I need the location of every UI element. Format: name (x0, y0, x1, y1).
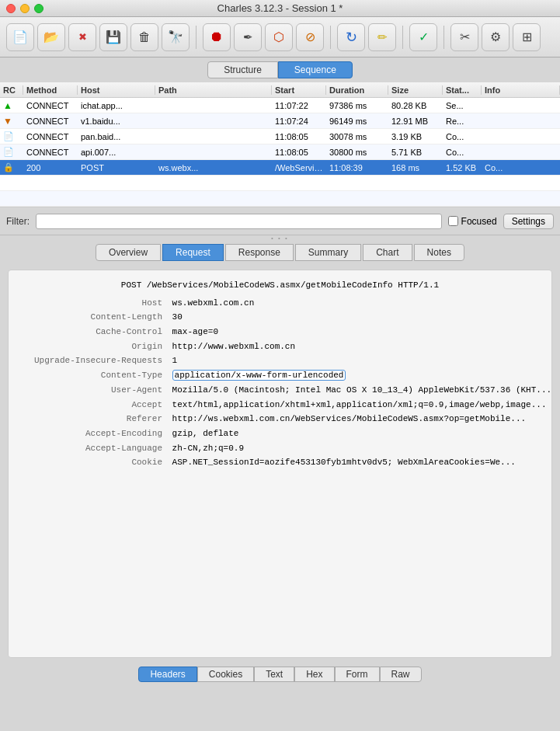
toolbar: 📄 📂 ✖ 💾 🗑 🔭 ⏺ ✒ ⬡ ⊘ ↻ ✏ ✓ ✂ ⚙ ⊞ (0, 17, 560, 57)
table-row-selected[interactable]: 🔒 200 POST ws.webx... /WebServices/Mobil… (0, 160, 560, 176)
table-row-empty (0, 191, 560, 207)
row-host: pan.baid... (78, 132, 155, 141)
tab-summary[interactable]: Summary (295, 244, 361, 261)
tab-text[interactable]: Text (254, 667, 294, 682)
filter-focused-container: Focused (448, 216, 497, 227)
focused-checkbox[interactable] (448, 216, 458, 226)
table-row[interactable]: 📄 CONNECT api.007... 11:08:05 30800 ms 5… (0, 144, 560, 160)
row-method: CONNECT (23, 132, 78, 141)
col-duration: Duration (326, 85, 388, 95)
trash-button[interactable]: 🗑 (130, 23, 158, 51)
tab-headers[interactable]: Headers (138, 667, 197, 682)
row-duration: 30078 ms (326, 132, 388, 141)
tab-request[interactable]: Request (162, 244, 224, 261)
row-status: Co... (443, 148, 482, 157)
row-icon: 📄 (0, 131, 23, 141)
detail-row-cookie: Cookie ASP.NET_SessionId=aozife453130fyb… (19, 455, 541, 470)
request-table: RC Method Host Path Start Duration Size … (0, 82, 560, 207)
refresh-button[interactable]: ↻ (337, 23, 365, 51)
row-size: 80.28 KB (388, 101, 443, 110)
tab-sequence[interactable]: Sequence (278, 61, 353, 78)
filter-bar: Filter: Focused Settings (0, 207, 560, 235)
row-status: Re... (443, 117, 482, 126)
tab-raw[interactable]: Raw (380, 667, 422, 682)
detail-value: ASP.NET_SessionId=aozife453130fyb1mhtv0d… (172, 458, 516, 467)
row-size: 5.71 KB (388, 148, 443, 157)
resize-indicator: • • • (271, 235, 289, 242)
tab-response[interactable]: Response (225, 244, 294, 261)
bottom-sub-tab-bar: Headers Cookies Text Hex Form Raw (0, 663, 560, 686)
row-method: CONNECT (23, 148, 78, 157)
save-button[interactable]: 💾 (99, 23, 127, 51)
detail-row-upgrade: Upgrade-Insecure-Requests 1 (19, 353, 541, 368)
tab-cookies[interactable]: Cookies (197, 667, 254, 682)
row-host: v1.baidu... (78, 117, 155, 126)
close-file-button[interactable]: ✖ (68, 23, 96, 51)
row-rc: 200 (23, 163, 78, 172)
toolbar-separator-1 (196, 26, 197, 49)
col-rc: RC (0, 85, 23, 95)
focused-label: Focused (461, 216, 497, 227)
table-row[interactable]: 📄 CONNECT pan.baid... 11:08:05 30078 ms … (0, 129, 560, 144)
detail-row-cache-control: Cache-Control max-age=0 (19, 325, 541, 339)
row-icon: 🔒 (0, 162, 23, 172)
row-host: ichat.app... (78, 101, 155, 110)
detail-value: 1 (172, 356, 178, 365)
filter-input[interactable] (36, 214, 442, 229)
title-bar: Charles 3.12.3 - Session 1 * (0, 0, 560, 17)
detail-row-origin: Origin http://www.webxml.com.cn (19, 339, 541, 354)
stop-button[interactable]: ⬡ (265, 23, 293, 51)
table-row[interactable]: ▼ CONNECT v1.baidu... 11:07:24 96149 ms … (0, 113, 560, 129)
detail-key: Accept-Language (19, 441, 167, 456)
filter-label: Filter: (6, 216, 30, 227)
detail-key: Content-Type (19, 368, 167, 383)
row-icon: ▲ (0, 100, 23, 111)
detail-row-accept-encoding: Accept-Encoding gzip, deflate (19, 426, 541, 441)
col-method: Method (23, 85, 78, 95)
minimize-button[interactable] (20, 4, 30, 13)
detail-row-accept-language: Accept-Language zh-CN,zh;q=0.9 (19, 441, 541, 456)
detail-row-referer: Referer http://ws.webxml.com.cn/WebServi… (19, 412, 541, 426)
open-button[interactable]: 📂 (37, 23, 65, 51)
tab-form[interactable]: Form (335, 667, 380, 682)
detail-value: ws.webxml.com.cn (172, 298, 255, 308)
maximize-button[interactable] (34, 4, 43, 13)
row-host: api.007... (78, 148, 155, 157)
row-duration: 97386 ms (326, 101, 388, 110)
new-button[interactable]: 📄 (6, 23, 34, 51)
tab-overview[interactable]: Overview (96, 244, 161, 261)
settings-button[interactable]: Settings (503, 214, 554, 229)
detail-value: Mozilla/5.0 (Macintosh; Intel Mac OS X 1… (172, 385, 551, 395)
close-button[interactable] (6, 4, 16, 13)
col-size: Size (388, 85, 443, 95)
tab-structure[interactable]: Structure (207, 61, 278, 78)
col-status: Stat... (443, 85, 482, 95)
tab-hex[interactable]: Hex (294, 667, 334, 682)
sub-tab-bar: Overview Request Response Summary Chart … (0, 240, 560, 265)
tab-notes[interactable]: Notes (414, 244, 464, 261)
row-duration: 30800 ms (326, 148, 388, 157)
table-row[interactable]: ▲ CONNECT ichat.app... 11:07:22 97386 ms… (0, 98, 560, 113)
row-status: Co... (482, 163, 560, 172)
tab-chart[interactable]: Chart (363, 244, 412, 261)
gear-button[interactable]: ⚙ (482, 23, 510, 51)
check-button[interactable]: ✓ (409, 23, 437, 51)
detail-key: Upgrade-Insecure-Requests (19, 353, 167, 368)
pencil-button[interactable]: ✏ (368, 23, 396, 51)
detail-panel[interactable]: POST /WebServices/MobileCodeWS.asmx/getM… (8, 270, 552, 658)
detail-key: Content-Length (19, 310, 167, 325)
scissors-button[interactable]: ✂ (450, 23, 478, 51)
binoculars-button[interactable]: 🔭 (162, 23, 190, 51)
record-button[interactable]: ⏺ (203, 23, 231, 51)
col-host: Host (78, 85, 155, 95)
row-size: 3.19 KB (388, 132, 443, 141)
pen-button[interactable]: ✒ (234, 23, 262, 51)
row-start: 11:08:05 (272, 148, 326, 157)
detail-value: max-age=0 (172, 327, 218, 336)
slash-button[interactable]: ⊘ (296, 23, 324, 51)
table-header: RC Method Host Path Start Duration Size … (0, 82, 560, 98)
grid-button[interactable]: ⊞ (513, 23, 541, 51)
window-title: Charles 3.12.3 - Session 1 * (217, 2, 343, 14)
detail-key: Accept (19, 398, 167, 412)
detail-key: Origin (19, 339, 167, 354)
